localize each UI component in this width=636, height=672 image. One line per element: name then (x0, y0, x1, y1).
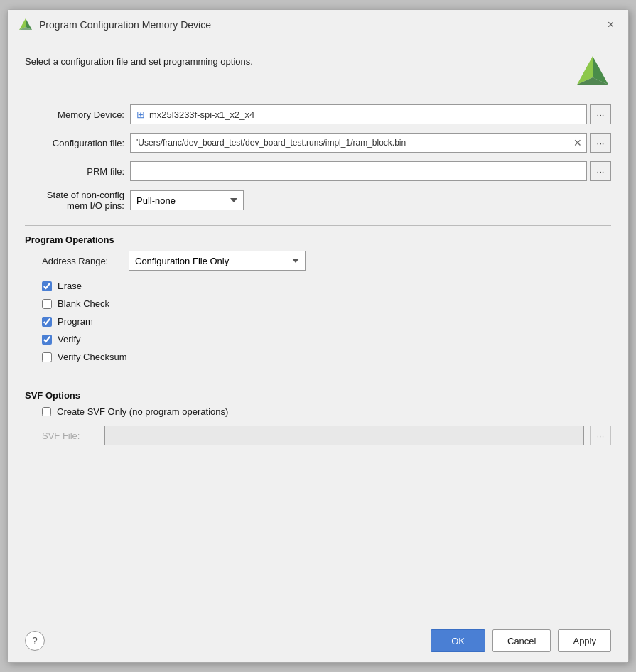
device-chip-icon: ⊞ (136, 109, 145, 120)
verify-checksum-row: Verify Checksum (42, 352, 611, 362)
prm-file-label: PRM file: (25, 166, 124, 177)
dialog-footer: ? OK Cancel Apply (8, 619, 628, 662)
erase-checkbox[interactable] (42, 281, 52, 291)
prm-file-row: PRM file: ··· (25, 161, 611, 181)
svf-divider (25, 381, 611, 381)
cancel-button[interactable]: Cancel (492, 629, 551, 652)
verify-row: Verify (42, 334, 611, 345)
vivado-logo-large (574, 53, 611, 90)
close-button[interactable]: × (603, 17, 618, 33)
config-file-value: 'Users/franc/dev_board_test/dev_board_te… (136, 138, 572, 148)
dialog-title: Program Configuration Memory Device (39, 19, 211, 31)
state-row: State of non-config mem I/O pins: Pull-n… (25, 190, 611, 211)
program-label[interactable]: Program (58, 316, 93, 327)
erase-row: Erase (42, 281, 611, 291)
prm-file-browse-button[interactable]: ··· (590, 161, 611, 181)
config-file-input-group: 'Users/franc/dev_board_test/dev_board_te… (130, 133, 611, 153)
blank-check-checkbox[interactable] (42, 299, 52, 309)
address-range-label: Address Range: (42, 256, 120, 266)
verify-label[interactable]: Verify (58, 334, 81, 345)
state-label: State of non-config mem I/O pins: (25, 190, 124, 211)
config-file-label: Configuration file: (25, 138, 124, 148)
help-button[interactable]: ? (25, 631, 45, 651)
memory-device-browse-button[interactable]: ··· (590, 104, 611, 124)
svf-file-label: SVF File: (42, 430, 99, 441)
footer-right: OK Cancel Apply (431, 629, 611, 652)
address-range-row: Address Range: Configuration File Only E… (42, 251, 611, 271)
verify-checkbox[interactable] (42, 335, 52, 345)
blank-check-label[interactable]: Blank Check (58, 298, 109, 309)
dialog-content: Select a configuration file and set prog… (8, 40, 628, 619)
erase-label[interactable]: Erase (58, 281, 82, 291)
footer-left: ? (25, 631, 45, 651)
memory-device-row: Memory Device: ⊞ mx25l3233f-spi-x1_x2_x4… (25, 104, 611, 124)
svf-file-browse-button[interactable]: ··· (590, 426, 611, 445)
create-svf-row: Create SVF Only (no program operations) (42, 406, 611, 417)
state-select[interactable]: Pull-none Pull-up Pull-down Float (130, 190, 244, 210)
title-bar-left: Program Configuration Memory Device (18, 17, 211, 33)
subtitle-row: Select a configuration file and set prog… (25, 53, 611, 90)
program-ops-title: Program Operations (25, 234, 611, 245)
memory-device-value: mx25l3233f-spi-x1_x2_x4 (149, 109, 254, 120)
svf-options-section: SVF Options Create SVF Only (no program … (25, 375, 611, 445)
verify-checksum-label[interactable]: Verify Checksum (58, 352, 127, 362)
create-svf-checkbox[interactable] (42, 407, 51, 416)
vivado-icon (18, 17, 33, 33)
title-bar: Program Configuration Memory Device × (8, 10, 628, 40)
subtitle-text: Select a configuration file and set prog… (25, 56, 253, 67)
prm-file-input[interactable] (130, 161, 587, 181)
memory-device-display: ⊞ mx25l3233f-spi-x1_x2_x4 (130, 104, 587, 124)
program-checkbox[interactable] (42, 317, 52, 327)
svf-file-row: SVF File: ··· (42, 426, 611, 445)
config-file-browse-button[interactable]: ··· (590, 133, 611, 153)
create-svf-label[interactable]: Create SVF Only (no program operations) (57, 406, 228, 417)
prm-file-input-group: ··· (130, 161, 611, 181)
apply-button[interactable]: Apply (558, 629, 611, 652)
memory-device-input-group: ⊞ mx25l3233f-spi-x1_x2_x4 ··· (130, 104, 611, 124)
svf-file-input[interactable] (104, 426, 584, 445)
config-file-display: 'Users/franc/dev_board_test/dev_board_te… (130, 133, 587, 153)
memory-device-label: Memory Device: (25, 109, 124, 120)
svf-title: SVF Options (25, 390, 611, 401)
program-ops-divider (25, 225, 611, 226)
ok-button[interactable]: OK (431, 629, 485, 652)
blank-check-row: Blank Check (42, 298, 611, 309)
verify-checksum-checkbox[interactable] (42, 352, 52, 362)
program-config-memory-dialog: Program Configuration Memory Device × Se… (7, 9, 629, 663)
program-row: Program (42, 316, 611, 327)
config-file-clear-button[interactable]: ✕ (572, 137, 583, 148)
address-range-select[interactable]: Configuration File Only Entire Configura… (129, 251, 306, 271)
config-file-row: Configuration file: 'Users/franc/dev_boa… (25, 133, 611, 153)
